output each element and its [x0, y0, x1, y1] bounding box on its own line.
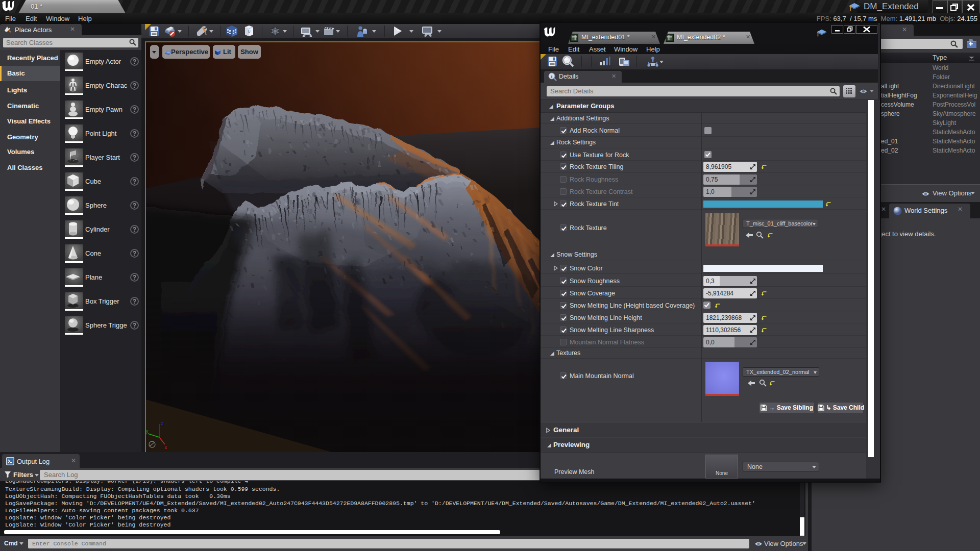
svg-text:U: U — [248, 30, 250, 33]
svg-text:z: z — [161, 421, 163, 426]
svg-text:y: y — [146, 429, 149, 434]
svg-text:x: x — [165, 445, 167, 450]
